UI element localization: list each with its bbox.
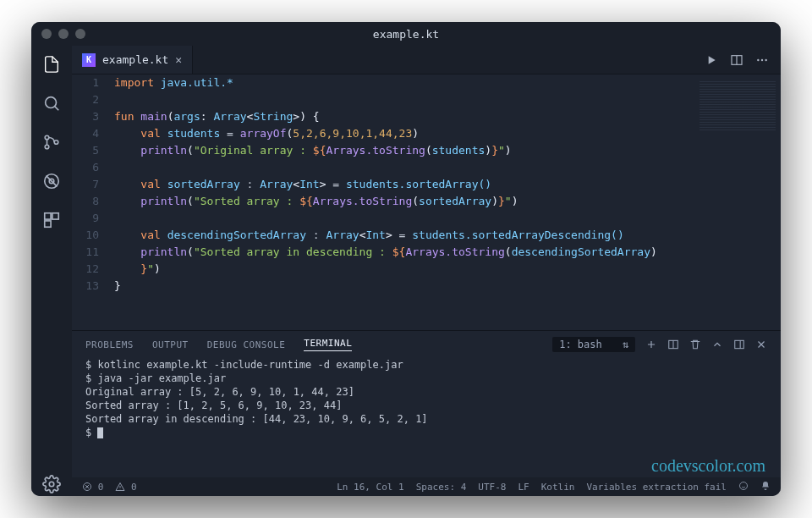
window-body: K example.kt ✕ [31, 46, 781, 496]
code-editor[interactable]: 1 2 3 4 5 6 7 8 9 10 11 12 13 import jav… [72, 74, 781, 330]
watermark: codevscolor.com [651, 459, 765, 472]
editor-window: example.kt [31, 22, 781, 496]
svg-point-2 [45, 145, 49, 149]
status-warnings[interactable]: 0 [115, 482, 136, 493]
maximize-panel-icon[interactable] [733, 339, 745, 350]
chevron-up-icon[interactable] [711, 339, 723, 350]
kotlin-file-icon: K [82, 53, 96, 67]
title-bar: example.kt [31, 22, 781, 46]
status-language[interactable]: Kotlin [541, 482, 575, 493]
git-icon[interactable] [40, 130, 63, 154]
split-terminal-icon[interactable] [667, 339, 679, 350]
tab-example-kt[interactable]: K example.kt ✕ [72, 46, 193, 74]
close-panel-icon[interactable] [755, 339, 767, 350]
run-icon[interactable] [705, 53, 718, 67]
status-bar: 0 0 Ln 16, Col 1 Spaces: 4 UTF-8 LF Kotl… [72, 477, 781, 496]
smiley-icon[interactable] [738, 481, 749, 493]
tabs-row: K example.kt ✕ [72, 46, 781, 74]
chevron-updown-icon: ⇅ [623, 339, 628, 350]
activity-bar [31, 46, 72, 496]
svg-rect-15 [735, 340, 744, 348]
svg-rect-7 [52, 213, 58, 219]
svg-point-12 [761, 58, 763, 60]
window-title: example.kt [31, 28, 781, 41]
shell-selector[interactable]: 1: bash ⇅ [552, 337, 635, 352]
panel-tab-terminal[interactable]: Terminal [304, 338, 352, 351]
editor-actions [693, 46, 781, 74]
svg-rect-8 [45, 221, 51, 227]
terminal-cursor [97, 427, 103, 438]
code-content: import java.util.* fun main(args: Array<… [107, 74, 781, 330]
panel-tools: 1: bash ⇅ [552, 337, 767, 352]
debug-icon[interactable] [40, 169, 63, 193]
panel-tabs: Problems Output Debug Console Terminal 1… [72, 331, 781, 358]
svg-point-0 [46, 97, 57, 108]
minimap[interactable] [700, 80, 776, 130]
svg-point-1 [45, 135, 49, 140]
svg-point-17 [740, 482, 748, 489]
main-column: K example.kt ✕ [72, 46, 781, 496]
new-terminal-icon[interactable] [645, 339, 657, 350]
extensions-icon[interactable] [40, 208, 63, 232]
bell-icon[interactable] [760, 481, 771, 493]
status-spaces[interactable]: Spaces: 4 [416, 482, 467, 493]
svg-point-13 [765, 58, 766, 60]
split-editor-icon[interactable] [730, 53, 743, 67]
status-cursor-pos[interactable]: Ln 16, Col 1 [337, 482, 403, 493]
svg-point-9 [49, 482, 54, 487]
panel-tab-problems[interactable]: Problems [85, 339, 134, 350]
tab-label: example.kt [102, 53, 168, 66]
line-gutter: 1 2 3 4 5 6 7 8 9 10 11 12 13 [72, 74, 107, 330]
close-tab-icon[interactable]: ✕ [175, 53, 182, 66]
more-icon[interactable] [755, 53, 769, 67]
explorer-icon[interactable] [40, 52, 63, 76]
trash-icon[interactable] [689, 339, 701, 350]
svg-rect-6 [45, 213, 51, 219]
panel-tab-debug[interactable]: Debug Console [207, 339, 286, 350]
search-icon[interactable] [40, 91, 63, 115]
status-encoding[interactable]: UTF-8 [478, 482, 506, 493]
status-eol[interactable]: LF [518, 482, 529, 493]
svg-point-11 [757, 58, 759, 60]
terminal[interactable]: $ kotlinc example.kt -include-runtime -d… [72, 358, 781, 477]
status-message[interactable]: Variables extraction fail [586, 482, 727, 493]
settings-icon[interactable] [40, 472, 63, 496]
status-errors[interactable]: 0 [82, 482, 103, 493]
panel-tab-output[interactable]: Output [152, 339, 189, 350]
bottom-panel: Problems Output Debug Console Terminal 1… [72, 330, 781, 477]
